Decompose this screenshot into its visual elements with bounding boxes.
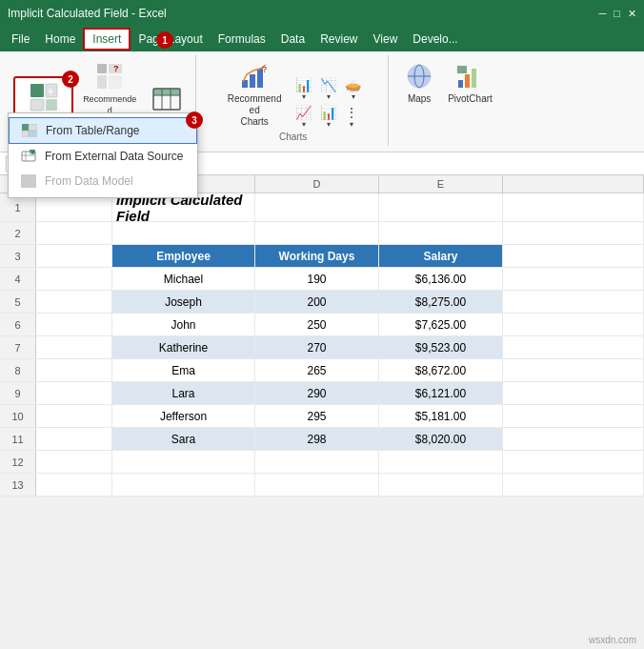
- cell-8e[interactable]: $8,672.00: [379, 359, 503, 381]
- cell-6e[interactable]: $7,625.00: [379, 314, 503, 335]
- cell-11rest[interactable]: [503, 428, 644, 450]
- cell-5d[interactable]: 200: [255, 291, 379, 313]
- cell-9rest[interactable]: [503, 382, 644, 404]
- svg-rect-22: [465, 74, 470, 88]
- recommended-charts-button[interactable]: ? RecommendedCharts: [222, 57, 287, 130]
- cell-12e[interactable]: [379, 451, 503, 473]
- cell-7d[interactable]: 270: [255, 336, 379, 358]
- svg-rect-28: [29, 124, 37, 131]
- menu-insert[interactable]: Insert: [83, 28, 131, 51]
- menu-data[interactable]: Data: [273, 30, 312, 49]
- menu-develop[interactable]: Develo...: [405, 30, 465, 49]
- cell-1e[interactable]: [379, 193, 503, 221]
- cell-11c[interactable]: Sara: [112, 428, 255, 450]
- cell-12rest[interactable]: [503, 451, 644, 473]
- cell-5e[interactable]: $8,275.00: [379, 291, 503, 313]
- svg-rect-3: [46, 99, 57, 111]
- cell-12d[interactable]: [255, 451, 379, 473]
- scatter-chart-button[interactable]: ⋮ ▾: [342, 104, 361, 130]
- cell-12b[interactable]: [36, 451, 112, 473]
- cell-9e[interactable]: $6,121.00: [379, 382, 503, 404]
- cell-5c[interactable]: Joseph: [112, 291, 255, 313]
- dropdown-from-table-range[interactable]: From Table/Range: [9, 117, 197, 144]
- svg-rect-7: [109, 75, 122, 89]
- menu-file[interactable]: File: [4, 30, 37, 49]
- cell-10c[interactable]: Jefferson: [112, 405, 255, 427]
- cell-10e[interactable]: $5,181.00: [379, 405, 503, 427]
- cell-3b[interactable]: [36, 245, 112, 267]
- pie-chart-button[interactable]: 🥧 ▾: [342, 76, 364, 102]
- cell-3c-header[interactable]: Employee: [112, 245, 255, 267]
- cell-13e[interactable]: [379, 474, 503, 496]
- svg-rect-37: [28, 174, 36, 181]
- cell-2b[interactable]: [36, 222, 112, 244]
- maximize-icon[interactable]: □: [614, 8, 620, 20]
- menu-view[interactable]: View: [366, 30, 406, 49]
- cell-13rest[interactable]: [503, 474, 644, 496]
- svg-rect-23: [472, 69, 476, 88]
- maps-button[interactable]: Maps: [398, 57, 440, 107]
- cell-1rest[interactable]: [503, 193, 644, 221]
- cell-11d[interactable]: 298: [255, 428, 379, 450]
- cell-4rest[interactable]: [503, 268, 644, 290]
- cell-3rest[interactable]: [503, 245, 644, 267]
- cell-10rest[interactable]: [503, 405, 644, 427]
- cell-7e[interactable]: $9,523.00: [379, 336, 503, 358]
- cell-2d[interactable]: [255, 222, 379, 244]
- cell-4c[interactable]: Michael: [112, 268, 255, 290]
- cell-10b[interactable]: [36, 405, 112, 427]
- svg-rect-2: [46, 84, 57, 97]
- cell-9b[interactable]: [36, 382, 112, 404]
- line-chart-button[interactable]: 📈 ▾: [292, 104, 314, 130]
- cell-10d[interactable]: 295: [255, 405, 379, 427]
- cell-3d-header[interactable]: Working Days: [255, 245, 379, 267]
- menu-home[interactable]: Home: [37, 30, 83, 49]
- cell-2rest[interactable]: [503, 222, 644, 244]
- column-chart-button[interactable]: 📊 ▾: [292, 76, 314, 102]
- minimize-icon[interactable]: ─: [599, 8, 607, 20]
- cell-8rest[interactable]: [503, 359, 644, 381]
- cell-6c[interactable]: John: [112, 314, 255, 335]
- cell-2e[interactable]: [379, 222, 503, 244]
- window-controls[interactable]: ─ □ ✕: [599, 8, 636, 20]
- row-num-11: 11: [0, 428, 36, 450]
- spreadsheet: B C D E 1 Implicit Calculated Field 2 3 …: [0, 175, 644, 497]
- cell-3e-header[interactable]: Salary: [379, 245, 503, 267]
- cell-4e[interactable]: $6,136.00: [379, 268, 503, 290]
- area-chart-button[interactable]: 📊 ▾: [317, 104, 339, 130]
- cell-6rest[interactable]: [503, 314, 644, 335]
- pivotchart-icon: [453, 59, 487, 93]
- cell-7b[interactable]: [36, 336, 112, 358]
- cell-4b[interactable]: [36, 268, 112, 290]
- dropdown-from-external[interactable]: ! From External Data Source: [9, 144, 197, 169]
- cell-13d[interactable]: [255, 474, 379, 496]
- cell-11b[interactable]: [36, 428, 112, 450]
- cell-8b[interactable]: [36, 359, 112, 381]
- cell-13c[interactable]: [112, 474, 255, 496]
- cell-9c[interactable]: Lara: [112, 382, 255, 404]
- cell-6b[interactable]: [36, 314, 112, 335]
- svg-text:!: !: [30, 151, 31, 155]
- cell-9d[interactable]: 290: [255, 382, 379, 404]
- menu-review[interactable]: Review: [312, 30, 365, 49]
- cell-7c[interactable]: Katherine: [112, 336, 255, 358]
- cell-7rest[interactable]: [503, 336, 644, 358]
- cell-6d[interactable]: 250: [255, 314, 379, 335]
- cell-1d[interactable]: [255, 193, 379, 221]
- cell-4d[interactable]: 190: [255, 268, 379, 290]
- row-10: 10 Jefferson 295 $5,181.00: [0, 405, 644, 428]
- row-num-5: 5: [0, 291, 36, 313]
- close-icon[interactable]: ✕: [628, 8, 636, 20]
- bar-chart-button[interactable]: 📉 ▾: [317, 76, 339, 102]
- cell-5b[interactable]: [36, 291, 112, 313]
- svg-rect-0: [30, 84, 44, 97]
- cell-13b[interactable]: [36, 474, 112, 496]
- cell-11e[interactable]: $8,020.00: [379, 428, 503, 450]
- cell-12c[interactable]: [112, 451, 255, 473]
- cell-8c[interactable]: Ema: [112, 359, 255, 381]
- cell-5rest[interactable]: [503, 291, 644, 313]
- menu-formulas[interactable]: Formulas: [211, 30, 273, 49]
- cell-2c[interactable]: [112, 222, 255, 244]
- pivotchart-button[interactable]: PivotChart: [444, 57, 496, 107]
- cell-8d[interactable]: 265: [255, 359, 379, 381]
